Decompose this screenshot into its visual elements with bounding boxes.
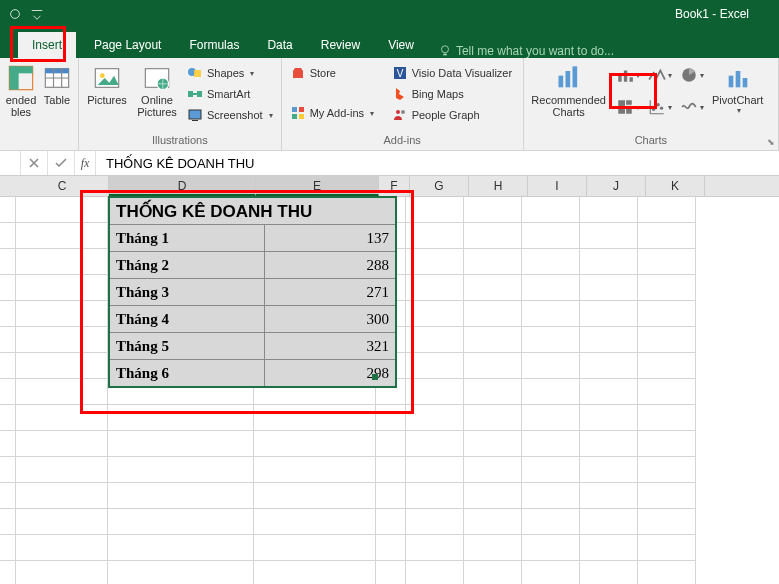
col-header-F[interactable]: F [379, 176, 410, 196]
col-header-all[interactable] [0, 176, 16, 196]
tab-formulas[interactable]: Formulas [175, 32, 253, 58]
ribbon: endedbles Table Pictures OnlinePictures [0, 58, 779, 151]
col-header-J[interactable]: J [587, 176, 646, 196]
group-addins: Store My Add-ins▾ V Visio Data Visualize… [282, 58, 524, 150]
line-chart-icon [648, 66, 666, 84]
tab-view[interactable]: View [374, 32, 428, 58]
svg-rect-20 [299, 114, 304, 119]
treemap-icon [616, 98, 634, 116]
touch-mode-icon[interactable] [8, 7, 22, 21]
svg-rect-33 [626, 100, 632, 105]
bing-icon [392, 86, 408, 102]
bulb-icon [438, 44, 452, 58]
svg-rect-35 [618, 108, 625, 114]
tab-data[interactable]: Data [253, 32, 306, 58]
svg-rect-6 [45, 69, 68, 74]
svg-rect-27 [572, 66, 577, 87]
group-tables: endedbles Table [0, 58, 79, 150]
line-chart-button[interactable]: ▾ [646, 62, 674, 88]
cancel-formula-button[interactable] [21, 151, 48, 175]
svg-rect-17 [292, 107, 297, 112]
spreadsheet-grid[interactable]: CDEFGHIJK THỐNG KÊ DOANH THUTháng 1137Th… [0, 176, 779, 584]
scatter-chart-button[interactable]: ▾ [646, 94, 674, 120]
check-icon [55, 158, 67, 168]
svg-rect-15 [189, 110, 201, 119]
svg-point-8 [100, 73, 105, 78]
tab-insert[interactable]: Insert [18, 32, 76, 58]
rec-charts-icon [555, 64, 583, 92]
people-graph-button[interactable]: People Graph [390, 106, 514, 124]
sparkline-icon [680, 98, 698, 116]
enter-formula-button[interactable] [48, 151, 75, 175]
bing-maps-button[interactable]: Bing Maps [390, 85, 514, 103]
window-title: Book1 - Excel [675, 0, 749, 28]
pivotchart-icon [724, 64, 752, 92]
pivot-chart-button[interactable]: PivotChart▾ [712, 62, 764, 115]
fx-button[interactable]: fx [75, 151, 96, 175]
formula-bar: fx THỐNG KÊ DOANH THU [0, 151, 779, 176]
col-header-D[interactable]: D [109, 176, 256, 196]
tell-me[interactable]: Tell me what you want to do... [428, 44, 614, 58]
group-illustrations: Pictures OnlinePictures Shapes▾ SmartArt… [79, 58, 282, 150]
col-header-G[interactable]: G [410, 176, 469, 196]
ribbon-tabs: Insert Page Layout Formulas Data Review … [0, 28, 779, 58]
surface-chart-button[interactable]: ▾ [678, 94, 706, 120]
people-icon [392, 107, 408, 123]
quick-access-toolbar [0, 7, 44, 21]
bar-chart-button[interactable]: ▾ [614, 94, 642, 120]
svg-rect-39 [728, 76, 733, 88]
svg-rect-32 [618, 100, 625, 107]
svg-rect-34 [626, 106, 632, 114]
svg-rect-12 [194, 70, 201, 77]
svg-point-23 [396, 110, 400, 114]
smartart-icon [187, 86, 203, 102]
scatter-chart-icon [648, 98, 666, 116]
pie-chart-icon [680, 66, 698, 84]
title-bar: Book1 - Excel [0, 0, 779, 28]
pivot-icon [7, 64, 35, 92]
store-button[interactable]: Store [288, 64, 384, 82]
col-header-H[interactable]: H [469, 176, 528, 196]
shapes-button[interactable]: Shapes▾ [185, 64, 275, 82]
screenshot-icon [187, 107, 203, 123]
addins-icon [290, 105, 306, 121]
svg-point-38 [659, 106, 662, 109]
svg-point-37 [656, 103, 659, 106]
svg-rect-18 [299, 107, 304, 112]
recommended-charts-button[interactable]: RecommendedCharts [530, 62, 608, 118]
tab-page-layout[interactable]: Page Layout [80, 32, 175, 58]
svg-point-24 [401, 110, 405, 114]
online-pictures-button[interactable]: OnlinePictures [135, 62, 179, 118]
col-header-K[interactable]: K [646, 176, 705, 196]
pictures-button[interactable]: Pictures [85, 62, 129, 106]
col-header-E[interactable]: E [256, 176, 379, 196]
table-button[interactable]: Table [42, 62, 72, 106]
data-table[interactable]: THỐNG KÊ DOANH THUTháng 1137Tháng 2288Th… [108, 196, 397, 388]
col-header-I[interactable]: I [528, 176, 587, 196]
my-addins-button[interactable]: My Add-ins▾ [288, 104, 384, 122]
col-header-C[interactable]: C [16, 176, 109, 196]
charts-dialog-launcher[interactable]: ⬊ [767, 137, 775, 147]
pie-chart-button[interactable]: ▾ [678, 62, 706, 88]
picture-icon [93, 64, 121, 92]
visio-button[interactable]: V Visio Data Visualizer [390, 64, 514, 82]
store-icon [290, 65, 306, 81]
column-headers[interactable]: CDEFGHIJK [0, 176, 779, 197]
svg-rect-4 [9, 66, 32, 73]
x-icon [29, 158, 39, 168]
group-charts: RecommendedCharts ▾ ▾ ▾ ▾ ▾ ▾ PivotChart… [524, 58, 779, 150]
formula-input[interactable]: THỐNG KÊ DOANH THU [96, 156, 779, 171]
column-chart-icon [616, 66, 634, 84]
qat-dropdown-icon[interactable] [30, 7, 44, 21]
svg-rect-25 [558, 76, 563, 88]
svg-rect-40 [735, 71, 740, 87]
tab-review[interactable]: Review [307, 32, 374, 58]
column-chart-button[interactable]: ▾ [614, 62, 642, 88]
svg-rect-28 [618, 75, 621, 82]
smartart-button[interactable]: SmartArt [185, 85, 275, 103]
shapes-icon [187, 65, 203, 81]
svg-text:V: V [396, 68, 403, 79]
screenshot-button[interactable]: Screenshot▾ [185, 106, 275, 124]
recommended-tables-button[interactable]: endedbles [6, 62, 36, 118]
name-box[interactable] [0, 151, 21, 175]
